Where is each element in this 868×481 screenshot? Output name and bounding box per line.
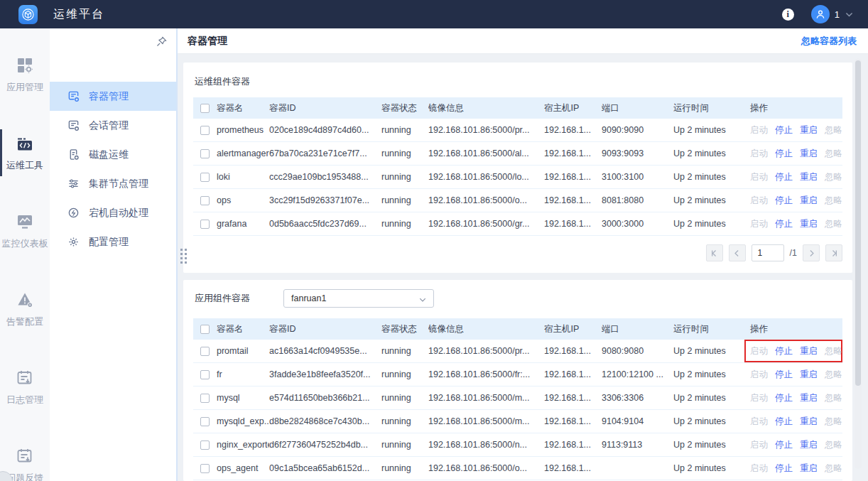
vertical-scrollbar[interactable]	[855, 58, 862, 469]
action-start-link[interactable]: 启动	[750, 345, 768, 357]
action-restart-link[interactable]: 重启	[800, 218, 818, 230]
unpin-icon[interactable]	[156, 36, 168, 48]
action-stop-link[interactable]: 停止	[775, 463, 793, 475]
action-start-link[interactable]: 启动	[750, 392, 768, 404]
row-checkbox[interactable]	[200, 370, 210, 379]
action-start-link[interactable]: 启动	[750, 195, 768, 207]
action-ignore-link[interactable]: 忽略	[825, 463, 842, 475]
row-checkbox[interactable]	[200, 220, 210, 229]
ignored-containers-link[interactable]: 忽略容器列表	[801, 35, 857, 48]
action-stop-link[interactable]: 停止	[775, 345, 793, 357]
row-checkbox[interactable]	[200, 417, 210, 426]
action-ignore-link[interactable]: 忽略	[825, 195, 842, 207]
action-start-link[interactable]: 启动	[750, 171, 768, 183]
container-status: running	[381, 212, 428, 235]
chevron-down-icon[interactable]	[845, 10, 854, 19]
action-ignore-link[interactable]: 忽略	[825, 148, 842, 160]
container-name: mysqld_exp...	[217, 410, 269, 433]
port: 8081:8080	[602, 189, 673, 212]
menu-item-disk-ops[interactable]: 磁盘运维	[50, 140, 176, 169]
uptime: Up 2 minutes	[673, 457, 744, 480]
action-ignore-link[interactable]: 忽略	[825, 439, 842, 451]
page-number-input[interactable]	[752, 244, 784, 261]
sidebar-item-ops-tools[interactable]: 运维工具	[0, 114, 50, 192]
container-id: 0d5b6aacc5fdc237d69...	[269, 212, 381, 235]
app-select[interactable]: fanruan1	[283, 289, 434, 308]
first-page-button[interactable]	[706, 244, 723, 261]
action-restart-link[interactable]: 重启	[800, 345, 818, 357]
port: 9113:9113	[602, 433, 673, 456]
container-name: fr	[217, 363, 269, 386]
select-all-checkbox[interactable]	[200, 104, 210, 113]
app-logo-icon[interactable]	[18, 5, 38, 24]
action-ignore-link[interactable]: 忽略	[825, 392, 842, 404]
action-start-link[interactable]: 启动	[750, 463, 768, 475]
action-stop-link[interactable]: 停止	[775, 439, 793, 451]
action-restart-link[interactable]: 重启	[800, 416, 818, 428]
action-restart-link[interactable]: 重启	[800, 171, 818, 183]
action-stop-link[interactable]: 停止	[775, 369, 793, 381]
row-checkbox[interactable]	[200, 347, 210, 356]
image-info: 192.168.101.86:5000/o...	[428, 457, 544, 480]
row-checkbox[interactable]	[200, 394, 210, 403]
scrollbar-thumb[interactable]	[855, 60, 861, 386]
sidebar-item-monitor-dashboard[interactable]: 监控仪表板	[0, 192, 50, 270]
action-stop-link[interactable]: 停止	[775, 195, 793, 207]
action-ignore-link[interactable]: 忽略	[825, 345, 842, 357]
action-restart-link[interactable]: 重启	[800, 195, 818, 207]
row-checkbox[interactable]	[200, 149, 210, 158]
action-ignore-link[interactable]: 忽略	[825, 416, 842, 428]
container-status: running	[381, 166, 428, 188]
action-stop-link[interactable]: 停止	[775, 124, 793, 136]
row-checkbox[interactable]	[200, 126, 210, 135]
action-ignore-link[interactable]: 忽略	[825, 124, 842, 136]
next-page-button[interactable]	[803, 244, 820, 261]
action-restart-link[interactable]: 重启	[800, 392, 818, 404]
info-icon[interactable]: i	[782, 9, 794, 21]
action-restart-link[interactable]: 重启	[800, 463, 818, 475]
action-start-link[interactable]: 启动	[750, 369, 768, 381]
port: 12100:12100 ...	[602, 363, 673, 386]
sidebar-item-log-manage[interactable]: 日志管理	[0, 348, 50, 426]
host-ip: 192.168.1...	[544, 457, 602, 480]
menu-item-container-manage[interactable]: 容器管理	[50, 82, 176, 111]
action-ignore-link[interactable]: 忽略	[825, 218, 842, 230]
select-all-checkbox[interactable]	[200, 325, 210, 334]
row-checkbox[interactable]	[200, 464, 210, 473]
action-restart-link[interactable]: 重启	[800, 148, 818, 160]
row-checkbox[interactable]	[200, 196, 210, 205]
action-stop-link[interactable]: 停止	[775, 148, 793, 160]
action-start-link[interactable]: 启动	[750, 148, 768, 160]
action-ignore-link[interactable]: 忽略	[825, 369, 842, 381]
row-checkbox[interactable]	[200, 173, 210, 182]
action-start-link[interactable]: 启动	[750, 439, 768, 451]
action-stop-link[interactable]: 停止	[775, 416, 793, 428]
sidebar-item-app-manage[interactable]: 应用管理	[0, 36, 50, 114]
action-ignore-link[interactable]: 忽略	[825, 171, 842, 183]
log-calendar-icon	[16, 369, 34, 387]
menu-item-cluster-node-manage[interactable]: 集群节点管理	[50, 169, 176, 198]
menu-item-session-manage[interactable]: 会话管理	[50, 111, 176, 140]
action-start-link[interactable]: 启动	[750, 416, 768, 428]
row-checkbox[interactable]	[200, 441, 210, 450]
action-restart-link[interactable]: 重启	[800, 369, 818, 381]
feedback-calendar-icon	[16, 447, 34, 465]
uptime: Up 2 minutes	[673, 142, 744, 165]
menu-item-downtime-auto-handle[interactable]: 宕机自动处理	[50, 198, 176, 227]
menu-item-label: 配置管理	[89, 236, 129, 249]
user-avatar-icon[interactable]	[811, 5, 830, 23]
sidebar-item-alert-config[interactable]: 告警配置	[0, 270, 50, 348]
action-stop-link[interactable]: 停止	[775, 218, 793, 230]
action-restart-link[interactable]: 重启	[800, 439, 818, 451]
alert-triangle-gear-icon	[16, 291, 34, 309]
last-page-button[interactable]	[825, 244, 842, 261]
menu-item-config-manage[interactable]: 配置管理	[50, 227, 176, 256]
panel-resize-handle[interactable]	[180, 249, 187, 264]
action-stop-link[interactable]: 停止	[775, 392, 793, 404]
action-start-link[interactable]: 启动	[750, 124, 768, 136]
action-restart-link[interactable]: 重启	[800, 124, 818, 136]
action-start-link[interactable]: 启动	[750, 218, 768, 230]
prev-page-button[interactable]	[729, 244, 746, 261]
action-stop-link[interactable]: 停止	[775, 171, 793, 183]
column-header-image: 镜像信息	[428, 102, 544, 114]
